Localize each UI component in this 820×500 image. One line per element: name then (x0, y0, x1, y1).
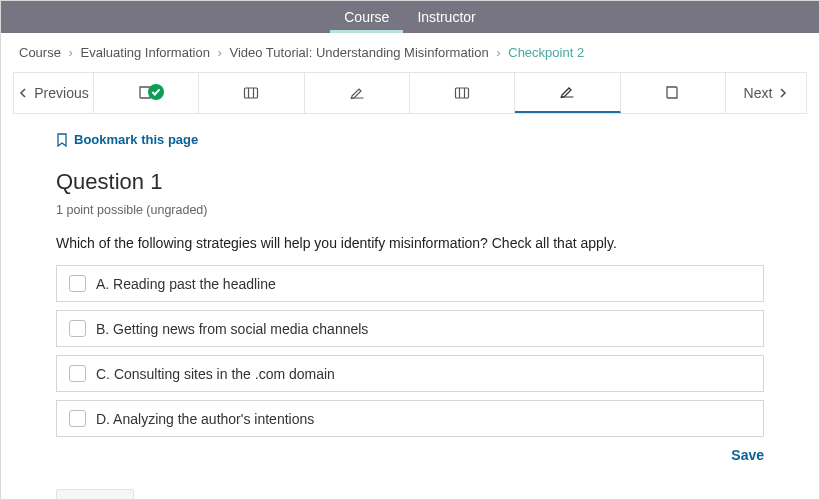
chevron-right-icon (778, 88, 788, 98)
previous-button[interactable]: Previous (14, 73, 94, 113)
edit-icon (559, 84, 575, 100)
nav-instructor[interactable]: Instructor (403, 1, 489, 33)
book-icon (665, 85, 681, 101)
chevron-right-icon: › (496, 45, 500, 60)
unit-tab-6[interactable] (621, 73, 726, 113)
breadcrumb-current: Checkpoint 2 (508, 45, 584, 60)
bookmark-icon (56, 133, 68, 147)
choice-a[interactable]: A. Reading past the headline (56, 265, 764, 302)
choice-d[interactable]: D. Analyzing the author's intentions (56, 400, 764, 437)
breadcrumb: Course › Evaluating Information › Video … (1, 33, 819, 72)
choice-a-checkbox[interactable] (69, 275, 86, 292)
svg-rect-5 (456, 88, 469, 98)
choice-a-label: A. Reading past the headline (96, 276, 276, 292)
breadcrumb-item[interactable]: Video Tutorial: Understanding Misinforma… (229, 45, 488, 60)
question-prompt: Which of the following strategies will h… (56, 235, 764, 251)
bookmark-button[interactable]: Bookmark this page (56, 132, 764, 147)
content-area: Bookmark this page Question 1 1 point po… (1, 114, 819, 500)
unit-tab-1[interactable] (94, 73, 199, 113)
submit-button[interactable]: Submit (56, 489, 134, 500)
video-icon (454, 85, 470, 101)
choice-c-label: C. Consulting sites in the .com domain (96, 366, 335, 382)
bookmark-label: Bookmark this page (74, 132, 198, 147)
choice-b-checkbox[interactable] (69, 320, 86, 337)
chevron-left-icon (18, 88, 28, 98)
breadcrumb-item[interactable]: Course (19, 45, 61, 60)
edit-icon (349, 85, 365, 101)
previous-label: Previous (34, 85, 88, 101)
unit-tab-5-active[interactable] (515, 73, 620, 113)
choice-b-label: B. Getting news from social media channe… (96, 321, 368, 337)
choice-c-checkbox[interactable] (69, 365, 86, 382)
next-button[interactable]: Next (726, 73, 806, 113)
choice-d-label: D. Analyzing the author's intentions (96, 411, 314, 427)
save-button[interactable]: Save (731, 447, 764, 463)
unit-tab-2[interactable] (199, 73, 304, 113)
top-nav: Course Instructor (1, 1, 819, 33)
sequence-nav: Previous Next (13, 72, 807, 114)
choice-b[interactable]: B. Getting news from social media channe… (56, 310, 764, 347)
chevron-right-icon: › (69, 45, 73, 60)
choice-c[interactable]: C. Consulting sites in the .com domain (56, 355, 764, 392)
check-icon (148, 84, 164, 100)
chevron-right-icon: › (218, 45, 222, 60)
unit-tab-3[interactable] (305, 73, 410, 113)
video-icon (243, 85, 259, 101)
breadcrumb-item[interactable]: Evaluating Information (81, 45, 210, 60)
nav-course[interactable]: Course (330, 1, 403, 33)
points-text: 1 point possible (ungraded) (56, 203, 764, 217)
next-label: Next (744, 85, 773, 101)
choice-d-checkbox[interactable] (69, 410, 86, 427)
question-title: Question 1 (56, 169, 764, 195)
svg-rect-1 (245, 88, 258, 98)
unit-tab-4[interactable] (410, 73, 515, 113)
